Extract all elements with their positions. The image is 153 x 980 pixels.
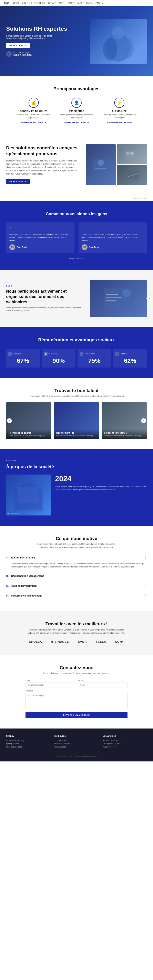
solutions-cta-button[interactable]: EN SAVOIR PLUS xyxy=(6,179,30,185)
svg-rect-13 xyxy=(106,294,118,295)
nav-page5[interactable]: PAGE 5 xyxy=(95,2,103,4)
accordion-header-1[interactable]: 02. Compensation Management ⇧ xyxy=(6,571,147,581)
footer-col-sydney: Sydney 40 Johnsons Proutrey, Sydney, Tor… xyxy=(6,735,50,749)
author-name-0: Paul Smith xyxy=(17,246,27,248)
talent-card-2[interactable]: Solutions innovantes Lorem ipsum dolor s… xyxy=(102,402,147,439)
solutions-section: Des solutions concrètes conçues spéciale… xyxy=(0,134,153,196)
brand-binance: ◆ BINANCE xyxy=(49,639,71,644)
talent-carousel: Recherche de cadres Lorem ipsum dolor si… xyxy=(6,402,147,439)
talent-arrow-left[interactable]: ‹ xyxy=(7,418,12,423)
nav-about[interactable]: ABOUT US xyxy=(21,2,32,4)
svg-point-3 xyxy=(121,38,134,59)
solutions-img-svg-0 xyxy=(91,153,111,177)
form-group-message: Message xyxy=(25,690,128,710)
footer-copyright: © 2024 Solutions RH Expertes. All rights… xyxy=(6,752,147,757)
stat-value-1: 90% xyxy=(44,357,73,364)
year-badge: 2024 xyxy=(55,474,147,483)
avantage-desc-2: Lorem ipsum dolor sit amet, consectetur … xyxy=(101,114,138,119)
motive-section: Ce qui nous motive Lorem ipsum dolor sit… xyxy=(0,526,153,611)
stat-label-1: 📋 Formations xyxy=(44,352,73,356)
name-input[interactable] xyxy=(78,682,128,688)
hero-content: Solutions RH expertes Sample large text.… xyxy=(6,25,90,57)
hero-cta-button[interactable]: EN SAVOIR PLUS xyxy=(6,43,30,48)
solutions-image-2 xyxy=(117,165,147,185)
forums-arrow-right[interactable]: › xyxy=(147,296,152,301)
talent-arrow-right[interactable]: › xyxy=(141,418,146,423)
nav-page3[interactable]: PAGE 3 xyxy=(77,2,84,4)
testimonial-author-0: PS Paul Smith xyxy=(9,244,71,250)
stat-label-2: 👥 Recrutement xyxy=(80,352,109,356)
accordion-toggle-3[interactable]: ⇧ xyxy=(144,594,147,598)
solutions-image-0 xyxy=(86,144,116,185)
contact-section: Contactez-nous Des questions ou des rema… xyxy=(0,655,153,729)
remuneration-section: Rémunération et avantages sociaux ✦ Avan… xyxy=(0,327,153,378)
stat-icon-1: 📋 xyxy=(44,352,47,356)
stat-icon-3: 🎓 xyxy=(115,352,119,356)
form-group-name: Name xyxy=(78,679,128,688)
accordion-header-0[interactable]: 01. Recruitment Staffing ⇧ xyxy=(6,553,147,562)
svg-point-16 xyxy=(122,289,131,298)
about-image: Images de Pexels xyxy=(6,474,51,515)
submit-button[interactable]: ENVOYER UN MESSAGE xyxy=(25,712,128,718)
accordion-toggle-2[interactable]: ⇧ xyxy=(144,584,147,588)
avantage-icon-1: 👤 xyxy=(71,98,82,108)
solutions-content: Des solutions concrètes conçues spéciale… xyxy=(6,145,80,185)
accordion-header-2[interactable]: 03. Training Development ⇧ xyxy=(6,581,147,591)
quote-icon-1: " xyxy=(82,226,144,231)
motive-subtitle: Lorem ipsum dolor sit amet. Clik ici et … xyxy=(6,543,147,545)
form-row-top: Email Name xyxy=(25,679,128,688)
talent-card-1[interactable]: Recrutement RH Lorem ipsum dolor sit ame… xyxy=(54,402,99,439)
footer-grid: Sydney 40 Johnsons Proutrey, Sydney, Tor… xyxy=(6,735,147,749)
author-name-1: Sam Perry xyxy=(89,246,99,248)
nav-home[interactable]: HOME xyxy=(13,2,19,4)
email-label: Email xyxy=(25,679,75,681)
nav-page2[interactable]: PAGE 2 xyxy=(68,2,75,4)
avatar-1: SP xyxy=(82,244,88,250)
message-textarea[interactable] xyxy=(25,693,128,709)
solutions-img-svg-2 xyxy=(124,169,140,181)
travailler-description: Paragraph lorem ipsum dolor sit amet. Cu… xyxy=(25,628,128,635)
about-content: Images de Pexels 2024 Lorem dolor sit am… xyxy=(6,474,147,515)
stat-icon-2: 👥 xyxy=(80,352,83,356)
contact-title: Contactez-nous xyxy=(6,665,147,670)
avantage-desc-0: Lorem ipsum dolor sit amet, consectetur … xyxy=(15,114,52,119)
accordion-num-1: 02. xyxy=(6,575,9,577)
brand-tesla: TESLA xyxy=(94,639,108,644)
accordion-toggle-1[interactable]: ⇧ xyxy=(144,574,147,578)
avantage-link-0[interactable]: APPRENDRE ENCORE PLUS xyxy=(21,122,46,124)
talent-card-0[interactable]: Recherche de cadres Lorem ipsum dolor si… xyxy=(6,402,51,439)
phone-number: +33 (0)1 432-0665 xyxy=(13,54,32,56)
forums-illustration xyxy=(102,286,135,311)
logo[interactable]: logo xyxy=(4,2,9,5)
accordion-toggle-0[interactable]: ⇧ xyxy=(144,555,147,560)
stat-value-3: 62% xyxy=(115,357,145,364)
talent-card-title-2: Solutions innovantes xyxy=(104,431,144,434)
footer-col-title-1: Melbourne xyxy=(54,735,99,737)
nav-page1[interactable]: PAGE 1 xyxy=(58,2,65,4)
solutions-images xyxy=(86,144,147,185)
solutions-title: Des solutions concrètes conçues spéciale… xyxy=(6,145,80,157)
avantage-link-1[interactable]: APPRENDRE ENCORE PLUS xyxy=(64,122,89,124)
forums-title: Nous participons activement et organison… xyxy=(6,288,86,304)
accordion-num-3: 04. xyxy=(6,595,9,597)
accordion-body-0: Lorem ipsum dolor sit amet, consectetur … xyxy=(6,562,147,571)
avantage-title-2: FLEXIBILITÉ xyxy=(101,110,138,112)
avantage-link-2[interactable]: APPRENDRE ENCORE PLUS xyxy=(107,122,132,124)
brands-grid: CROLLA ◆ BINANCE EVGA TESLA SONY xyxy=(6,639,147,644)
forums-section: ‹ BLOG Nous participons activement et or… xyxy=(0,270,153,327)
footer-col-losangeles: Los Angeles 941 West St, Suite 12, Los A… xyxy=(103,735,147,749)
email-input[interactable] xyxy=(25,682,75,688)
travailler-title: Travailler avec les meilleurs ! xyxy=(6,621,147,627)
remuneration-title: Rémunération et avantages sociaux xyxy=(6,337,147,342)
solutions-caption: Images de Pexels xyxy=(0,196,153,201)
accordion-header-3[interactable]: 04. Performance Management ⇧ xyxy=(6,591,147,601)
form-group-email: Email xyxy=(25,679,75,688)
forums-arrow-left[interactable]: ‹ xyxy=(1,296,6,301)
brand-evga: EVGA xyxy=(76,639,89,644)
nav-page4[interactable]: PAGE 4 xyxy=(86,2,93,4)
avantage-desc-1: Lorem ipsum dolor sit amet, consectetur … xyxy=(58,114,95,119)
avatar-0: PS xyxy=(9,244,15,250)
nav-contact[interactable]: CONTACT xyxy=(47,2,57,4)
stat-value-0: 67% xyxy=(8,357,38,364)
nav-team[interactable]: OUR TEAM xyxy=(34,2,45,4)
